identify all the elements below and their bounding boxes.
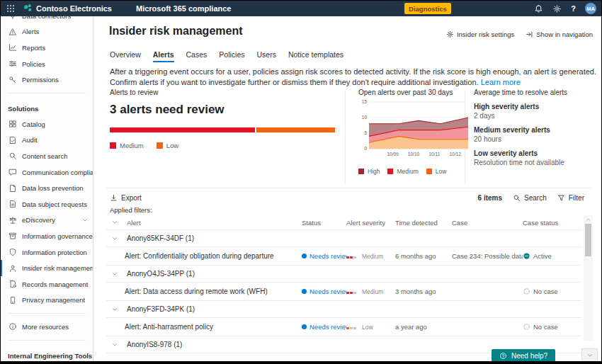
export-button[interactable]: Export [110,194,142,202]
column-header-alert-severity[interactable]: Alert severity [346,219,395,227]
notifications-bell-icon[interactable] [534,4,543,13]
case-status-label: Active [533,252,552,260]
tab-notice-templates[interactable]: Notice templates [288,50,343,62]
sidebar-item-label: Information protection [22,249,87,256]
show-in-navigation-label: Show in navigation [536,30,593,38]
tab-overview[interactable]: Overview [110,50,141,62]
sidebar-item-label: Reports [22,44,45,52]
tab-cases[interactable]: Cases [186,50,208,62]
alerts-table: AlertStatusAlert severityTime detectedCa… [106,215,582,353]
sidebar-item-information-protection[interactable]: Information protection [1,244,93,261]
tab-users[interactable]: Users [256,50,276,62]
sidebar-item-reports[interactable]: Reports [1,40,93,56]
sidebar-item-data-connectors[interactable]: Data connectors [1,16,93,24]
no-case-icon [523,323,530,331]
learn-more-link[interactable]: Learn more [481,78,521,86]
table-row[interactable]: Alert: Confidentiality obligation during… [106,247,582,266]
sidebar-item-alerts[interactable]: Alerts [1,24,93,40]
open-alerts-chart: 05101510/0910/1010/1110/12 [358,98,472,164]
table-group-row[interactable]: AnonyO4JS-34PP (1) [106,266,582,283]
sidebar-item-data-subject-requests[interactable]: Data subject requests [1,196,93,212]
table-header-row: AlertStatusAlert severityTime detectedCa… [106,215,582,230]
time-detected-cell: 3 months ago [395,288,452,295]
doc2-icon [8,200,17,208]
filter-icon [557,194,565,202]
chevron-down-icon[interactable] [112,220,118,225]
sidebar-item-privacy-management[interactable]: Privacy management [1,292,93,309]
phone-icon [8,296,17,305]
time-detected-cell: a year ago [395,323,452,331]
sidebar-item-records-management[interactable]: Records management [1,276,93,292]
help-question-icon[interactable]: ? [571,4,576,13]
sidebar-item-catalog[interactable]: Catalog [1,116,93,132]
page-scroll-down-button[interactable] [581,348,598,362]
sidebar-item-data-loss-prevention[interactable]: Data loss prevention [1,180,93,196]
sidebar-item-information-governance[interactable]: Information governance [1,228,93,244]
stat-value: 2 days [474,112,593,120]
table-scrollbar[interactable] [584,215,593,341]
severity-bar-segment-medium [110,127,255,132]
app-launcher-icon[interactable] [6,4,16,13]
chevron-down-icon[interactable] [112,307,118,312]
export-label: Export [121,194,142,202]
legend-swatch [387,169,393,174]
sidebar-item-content-search[interactable]: Content search [1,148,93,164]
chevron-down-icon [82,217,88,223]
chevron-down-icon[interactable] [112,271,118,277]
filter-button[interactable]: Filter [557,194,584,202]
sidebar-item-audit[interactable]: Audit [1,132,93,149]
table-group-row[interactable]: Anony85KF-34DF (1) [106,230,582,247]
column-header-status[interactable]: Status [302,219,346,227]
sidebar-nav: Data connectorsAlertsReportsPoliciesPerm… [1,16,93,361]
avatar[interactable]: MA [585,3,596,14]
case-active-icon [523,252,530,260]
severity-stacked-bar [110,127,335,132]
sidebar-item-more-resources[interactable]: More resources [1,319,93,335]
table-group-row[interactable]: AnonyF3FD-34PK (1) [106,301,582,318]
scrollbar-up-icon[interactable] [585,217,591,222]
sidebar-item-insider-risk-management[interactable]: Insider risk management [1,260,93,276]
case-status-label: No case [533,323,558,331]
sidebar-item-label: Records management [22,280,88,288]
alerts-to-review-label: Alerts to review [110,89,335,96]
status-label: Needs review [309,288,346,295]
group-cell: Anony85KF-34DF (1) [106,234,302,242]
chevron-down-icon[interactable] [112,342,118,348]
table-row[interactable]: Alert: Anti-harrasment policyNeeds revie… [106,318,582,336]
sidebar-item-communication-compliance[interactable]: Communication compliance [1,164,93,181]
severity-square [353,292,356,295]
severity-square [350,292,353,295]
warning-icon [8,28,17,36]
diagnostics-button[interactable]: Diagnostics [404,3,451,14]
legend-label: Medium [120,142,144,149]
status-dot-icon [302,324,307,329]
chevron-down-icon[interactable] [112,236,118,241]
case-value: Case 234: Possible data leak [452,252,523,260]
sidebar-item-ediscovery[interactable]: eDiscovery [1,212,93,229]
sidebar-item-permissions[interactable]: Permissions [1,72,93,88]
sidebar-item-label: Information governance [22,232,93,240]
legend-item-medium: Medium [387,168,418,175]
search-icon [513,194,521,202]
column-header-time-detected[interactable]: Time detected [395,219,452,227]
settings-gear-icon[interactable] [552,4,562,13]
topbar-actions: ? MA [534,1,596,16]
stat-value: Resolution time not available [474,159,593,166]
show-in-navigation-link[interactable]: Show in navigation [526,30,593,38]
column-header-case-status[interactable]: Case status [523,219,581,227]
stat-label-medium-severity-alerts: Medium severity alerts [474,126,593,134]
group-name: AnonyIS8-978 (1) [127,341,182,348]
alerts-need-review-headline: 3 alerts need review [110,103,335,117]
column-header-alert[interactable]: Alert [106,219,302,227]
sidebar-item-policies[interactable]: Policies [1,56,93,72]
tab-policies[interactable]: Policies [219,50,244,62]
gear-icon [446,30,454,38]
table-row[interactable]: Alert: Data access during remote work (W… [106,283,582,301]
search-button[interactable]: Search [513,194,547,202]
legend-swatch [157,142,163,149]
sidebar-section-header: Solutions [1,98,93,116]
scrollbar-thumb[interactable] [585,224,591,256]
insider-risk-settings-link[interactable]: Insider risk settings [446,30,514,38]
column-header-case[interactable]: Case [452,219,523,227]
tab-alerts[interactable]: Alerts [153,50,174,62]
